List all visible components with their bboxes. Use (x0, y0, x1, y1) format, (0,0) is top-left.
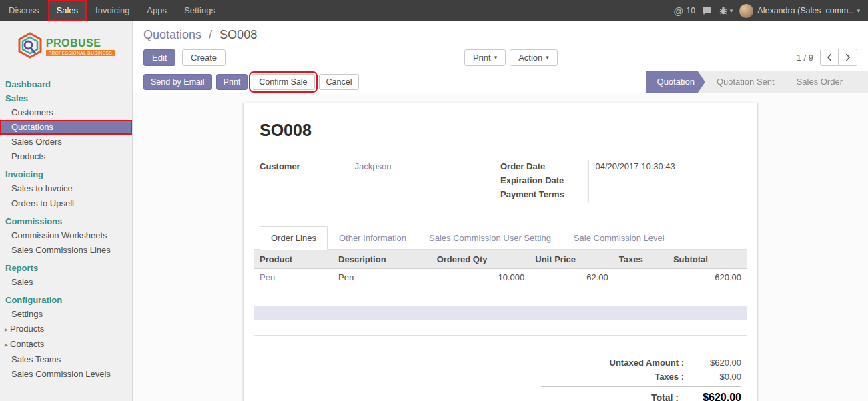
topbar-menu-settings[interactable]: Settings (175, 0, 224, 21)
mention-count: 10 (686, 6, 695, 15)
topbar-menu-discuss[interactable]: Discuss (0, 0, 48, 21)
debug-menu-button[interactable]: ▾ (719, 6, 733, 15)
topbar-menu-sales[interactable]: Sales (48, 0, 87, 21)
chat-bubble-icon (702, 7, 712, 15)
status-sales-order[interactable]: Sales Order (779, 71, 853, 93)
sidebar-item-sales-to-invoice[interactable]: Sales to Invoice (0, 181, 132, 196)
column-header-product[interactable]: Product (254, 250, 333, 269)
bug-icon (719, 6, 728, 15)
edit-button[interactable]: Edit (143, 49, 175, 66)
send-by-email-button[interactable]: Send by Email (143, 74, 212, 90)
column-header-unit-price[interactable]: Unit Price (530, 250, 613, 269)
status-quotation-sent[interactable]: Quotation Sent (699, 71, 785, 93)
sidebar-item-reports[interactable]: Reports (0, 261, 132, 275)
cell-unit-price: 62.00 (530, 269, 613, 286)
tab-order-lines[interactable]: Order Lines (260, 226, 328, 250)
sidebar-item-settings[interactable]: Settings (0, 307, 132, 322)
probuse-logo-icon (17, 32, 43, 61)
topbar-menu-invoicing[interactable]: Invoicing (87, 0, 138, 21)
chat-button[interactable] (702, 7, 712, 15)
sidebar-item-dashboard[interactable]: Dashboard (0, 77, 132, 91)
sidebar-item-orders-to-upsell[interactable]: Orders to Upsell (0, 196, 132, 211)
payment-terms-value (588, 188, 741, 202)
pager-previous-button[interactable] (820, 49, 839, 66)
totals: Untaxed Amount : $620.00 Taxes : $0.00 T… (541, 356, 741, 401)
sidebar-item-products[interactable]: Products (0, 149, 132, 164)
mentions-button[interactable]: @ 10 (673, 5, 695, 17)
field-group-left: Customer Jackpson (260, 160, 500, 202)
tab-sale-commission-level[interactable]: Sale Commission Level (562, 226, 676, 250)
print-button[interactable]: Print (216, 74, 248, 90)
caret-down-icon: ▾ (730, 7, 733, 14)
breadcrumb: Quotations / SO008 (143, 28, 857, 42)
user-menu[interactable]: Alexandra (Sales_comm.. ▾ (739, 4, 860, 18)
sidebar-item-sales-teams[interactable]: Sales Teams (0, 352, 132, 367)
tab-sales-commission-user-setting[interactable]: Sales Commission User Setting (418, 226, 562, 250)
logo-subtitle: PROFESSIONAL BUSINESS (46, 50, 115, 56)
breadcrumb-quotations-link[interactable]: Quotations (143, 28, 201, 41)
tab-other-information[interactable]: Other Information (328, 226, 418, 250)
caret-down-icon: ▾ (857, 7, 860, 14)
customer-value[interactable]: Jackpson (348, 160, 500, 174)
pager-next-button[interactable] (839, 49, 857, 66)
create-button[interactable]: Create (182, 49, 226, 66)
mention-at-icon: @ (673, 5, 683, 17)
sidebar-item-customers[interactable]: Customers (0, 105, 132, 120)
sidebar-item-sales-commission-levels[interactable]: Sales Commission Levels (0, 367, 132, 382)
status-quotation[interactable]: Quotation (646, 71, 705, 93)
cell-ordered-qty: 10.000 (432, 269, 530, 286)
sidebar-item-config-contacts[interactable]: ▸Contacts (0, 337, 132, 352)
sidebar-item-config-products[interactable]: ▸Products (0, 322, 132, 337)
taxes-value: $0.00 (693, 372, 741, 382)
cell-description: Pen (333, 269, 432, 286)
action-dropdown-button[interactable]: Action ▾ (510, 49, 558, 66)
breadcrumb-current: SO008 (220, 28, 257, 41)
pager: 1 / 9 (797, 49, 857, 66)
caret-down-icon: ▾ (546, 54, 549, 61)
sidebar-menu: Dashboard Sales Customers Quotations Sal… (0, 77, 132, 382)
untaxed-amount-value: $620.00 (693, 358, 741, 368)
breadcrumb-separator: / (209, 28, 212, 41)
order-lines-table: Product Description Ordered Qty Unit Pri… (254, 250, 747, 286)
taxes-label: Taxes : (655, 372, 684, 382)
cell-taxes (614, 269, 668, 286)
column-header-taxes[interactable]: Taxes (614, 250, 668, 269)
print-dropdown-button[interactable]: Print ▾ (464, 49, 506, 66)
order-date-value: 04/20/2017 10:30:43 (588, 160, 741, 174)
sidebar-item-commission-worksheets[interactable]: Commission Worksheets (0, 228, 132, 243)
pager-value: 1 / 9 (797, 53, 813, 63)
cell-product: Pen (254, 269, 333, 286)
page: PROBUSE PROFESSIONAL BUSINESS Dashboard … (0, 21, 868, 401)
total-value: $620.00 (688, 392, 741, 401)
table-header-row: Product Description Ordered Qty Unit Pri… (254, 250, 747, 269)
column-header-subtotal[interactable]: Subtotal (668, 250, 747, 269)
sidebar-item-commissions[interactable]: Commissions (0, 214, 132, 228)
column-header-ordered-qty[interactable]: Ordered Qty (432, 250, 530, 269)
screen: Discuss Sales Invoicing Apps Settings @ … (0, 0, 868, 401)
content-body: SO008 Customer Jackpson (133, 93, 868, 401)
chevron-right-icon (845, 53, 851, 61)
column-header-description[interactable]: Description (333, 250, 432, 269)
sidebar-item-invoicing[interactable]: Invoicing (0, 167, 132, 181)
sidebar-item-reports-sales[interactable]: Sales (0, 275, 132, 290)
sidebar-item-sales[interactable]: Sales (0, 91, 132, 105)
topbar-menu-apps[interactable]: Apps (138, 0, 175, 21)
sidebar-item-sales-orders[interactable]: Sales Orders (0, 135, 132, 149)
sale-order-sheet: SO008 Customer Jackpson (243, 103, 758, 401)
main-content: Quotations / SO008 Edit Create Print ▾ (133, 21, 868, 401)
sidebar-item-sales-commissions-lines[interactable]: Sales Commissions Lines (0, 243, 132, 258)
confirm-sale-button[interactable]: Confirm Sale (252, 74, 314, 90)
cancel-button[interactable]: Cancel (319, 74, 360, 90)
total-label: Total : (651, 392, 679, 401)
table-row[interactable]: Pen Pen 10.000 62.00 620.00 (254, 269, 747, 286)
separator-line (254, 335, 747, 336)
company-logo[interactable]: PROBUSE PROFESSIONAL BUSINESS (0, 21, 132, 68)
topbar-menu: Discuss Sales Invoicing Apps Settings (0, 0, 224, 21)
control-panel: Quotations / SO008 Edit Create Print ▾ (133, 21, 868, 71)
sidebar: PROBUSE PROFESSIONAL BUSINESS Dashboard … (0, 21, 133, 401)
sidebar-item-configuration[interactable]: Configuration (0, 293, 132, 307)
avatar (739, 4, 753, 18)
order-title: SO008 (260, 121, 741, 140)
sidebar-item-quotations[interactable]: Quotations (0, 120, 132, 135)
expiration-date-label: Expiration Date (500, 174, 588, 188)
